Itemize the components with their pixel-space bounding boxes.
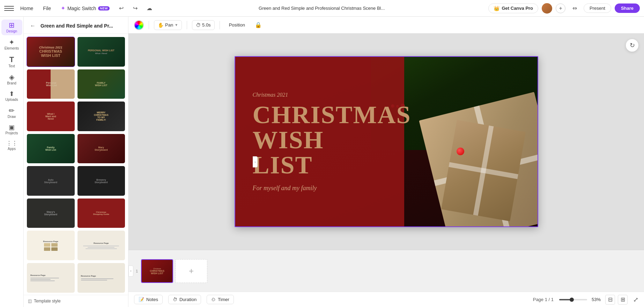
- user-avatar[interactable]: [542, 3, 552, 14]
- left-sidebar: ⊞ Design ✦ Elements T Text ◈ Brand ⬆ Upl…: [0, 17, 24, 307]
- red-berry-accent: [457, 148, 464, 155]
- slide-thumbnail-1[interactable]: Christmas CHRISTMASWISH LIST: [141, 259, 173, 283]
- template-thumb-4[interactable]: FAMILYWISH LIST: [77, 69, 126, 99]
- sidebar-item-design[interactable]: ⊞ Design: [1, 20, 22, 35]
- template-style-bar[interactable]: ◫ Template style: [24, 295, 128, 307]
- apps-icon: ⋮⋮: [6, 141, 17, 146]
- sidebar-item-text[interactable]: T Text: [1, 54, 22, 70]
- add-collaborator-button[interactable]: +: [556, 3, 565, 13]
- sidebar-item-uploads[interactable]: ⬆ Uploads: [1, 89, 22, 104]
- template-thumb-11[interactable]: Stacy'sStoryboard: [27, 198, 75, 229]
- add-slide-button[interactable]: +: [175, 259, 207, 283]
- slide-thumb-container-1: 1 Christmas CHRISTMASWISH LIST: [134, 259, 173, 283]
- slide-red-panel: Christmas 2021 CHRISTMAS WISH LIST For m…: [235, 57, 405, 226]
- template-thumb-9[interactable]: AutoStoryboard: [27, 166, 75, 196]
- hide-panel-button[interactable]: ›: [253, 156, 258, 167]
- canvas-wrapper[interactable]: ↻: [128, 33, 644, 250]
- duration-button[interactable]: ⏱ 5.0s: [192, 20, 215, 30]
- panel-header: ← Green and Red Simple and Pr...: [24, 17, 128, 34]
- resize-icon[interactable]: ⇔: [569, 3, 580, 14]
- notes-icon: 📝: [139, 297, 144, 302]
- canvas-slide[interactable]: Christmas 2021 CHRISTMAS WISH LIST For m…: [235, 56, 538, 227]
- brand-icon: ◈: [9, 74, 14, 81]
- redo-button[interactable]: ↪: [130, 3, 141, 14]
- zoom-bar-fill: [559, 299, 570, 300]
- lock-button[interactable]: 🔒: [253, 20, 264, 31]
- nav-actions: 👑 Get Canva Pro + ⇔ Present Share: [488, 3, 640, 14]
- main-layout: ⊞ Design ✦ Elements T Text ◈ Brand ⬆ Upl…: [0, 17, 644, 307]
- duration-icon: ⏱: [173, 297, 177, 302]
- template-scroll-area[interactable]: Christmas 2021 CHRISTMASWISH LIST PERSON…: [24, 34, 128, 295]
- magic-switch-icon: ✦: [61, 5, 65, 12]
- sidebar-label-uploads: Uploads: [5, 98, 18, 102]
- template-thumb-6[interactable]: MERRYCHRISTMASTO MYFAMILY!: [77, 101, 126, 132]
- draw-icon: ✏: [9, 107, 15, 114]
- color-picker-button[interactable]: [134, 20, 144, 30]
- canvas-refresh-button[interactable]: ↻: [626, 39, 638, 52]
- template-grid: Christmas 2021 CHRISTMASWISH LIST PERSON…: [27, 37, 125, 295]
- zoom-bar-thumb: [570, 298, 574, 302]
- timer-button[interactable]: ⏲ Timer: [207, 295, 234, 304]
- slide-thumbnails-bar: ‹ 1 Christmas CHRISTMASWISH LIST +: [128, 250, 644, 292]
- share-button[interactable]: Share: [615, 3, 640, 13]
- slide-tagline: For myself and my family: [253, 185, 387, 192]
- sidebar-item-brand[interactable]: ◈ Brand: [1, 72, 22, 87]
- sidebar-label-draw: Draw: [8, 115, 16, 119]
- undo-button[interactable]: ↩: [116, 3, 127, 14]
- template-thumb-7[interactable]: FamilyWish List: [27, 134, 75, 164]
- panel-back-button[interactable]: ←: [28, 21, 38, 31]
- sidebar-label-apps: Apps: [8, 147, 16, 151]
- panel-title: Green and Red Simple and Pr...: [40, 23, 124, 29]
- slide-background: Christmas 2021 CHRISTMAS WISH LIST For m…: [235, 57, 538, 226]
- template-thumb-13[interactable]: Resource Page: [27, 230, 75, 261]
- zoom-level-label: 53%: [590, 297, 602, 302]
- sidebar-item-projects[interactable]: ▣ Projects: [1, 122, 22, 137]
- get-canva-pro-button[interactable]: 👑 Get Canva Pro: [488, 3, 538, 13]
- template-panel: ← Green and Red Simple and Pr... Christm…: [24, 17, 128, 307]
- template-thumb-12[interactable]: ChristmasShopping Guide: [77, 198, 126, 229]
- nav-magic-switch[interactable]: ✦ Magic Switch NEW: [57, 3, 113, 13]
- template-thumb-10[interactable]: BreweryStoryboard: [77, 166, 126, 196]
- clock-icon: ⏱: [196, 22, 201, 28]
- fullscreen-button[interactable]: ⤢: [633, 296, 638, 304]
- present-button[interactable]: Present: [584, 3, 611, 13]
- template-thumb-1[interactable]: Christmas 2021 CHRISTMASWISH LIST: [27, 37, 75, 67]
- pan-button[interactable]: ✋ Pan ▼: [154, 20, 182, 30]
- zoom-out-button[interactable]: ⊟: [605, 295, 615, 305]
- template-thumb-14[interactable]: Resource Page: [77, 230, 126, 261]
- template-thumb-2[interactable]: PERSONAL WISH LIST What I Need: [77, 37, 126, 67]
- thumbnail-bar-collapse-left[interactable]: ‹: [128, 265, 133, 277]
- zoom-slider[interactable]: [559, 299, 587, 300]
- zoom-controls: 53% ⊟ ⊞ ⤢: [559, 295, 638, 305]
- projects-icon: ▣: [9, 124, 15, 130]
- canvas-toolbar: ✋ Pan ▼ ⏱ 5.0s Position 🔒: [128, 17, 644, 33]
- crown-icon: 👑: [494, 6, 499, 11]
- sidebar-item-elements[interactable]: ✦ Elements: [1, 37, 22, 52]
- notes-button[interactable]: 📝 Notes: [134, 295, 163, 304]
- magic-switch-label: Magic Switch: [67, 6, 96, 11]
- page-info: Page 1 / 1: [533, 297, 554, 302]
- slide-subtitle: Christmas 2021: [253, 92, 387, 98]
- bottom-status-bar: 📝 Notes ⏱ Duration ⏲ Timer Page 1 / 1 53…: [128, 292, 644, 307]
- sidebar-label-design: Design: [6, 29, 17, 33]
- template-thumb-3[interactable]: PersonalWish List: [27, 69, 75, 99]
- nav-file[interactable]: File: [39, 4, 54, 13]
- new-badge: NEW: [98, 6, 110, 10]
- nav-home[interactable]: Home: [17, 4, 37, 13]
- canvas-area: ✋ Pan ▼ ⏱ 5.0s Position 🔒 ↻: [128, 17, 644, 307]
- template-thumb-8[interactable]: MaryStoryboard: [77, 134, 126, 164]
- thumbnails-content: 1 Christmas CHRISTMASWISH LIST +: [134, 259, 638, 283]
- sidebar-item-apps[interactable]: ⋮⋮ Apps: [1, 138, 22, 153]
- hamburger-menu[interactable]: [4, 3, 14, 13]
- sidebar-item-draw[interactable]: ✏ Draw: [1, 105, 22, 121]
- pan-icon: ✋: [158, 22, 164, 28]
- template-thumb-15[interactable]: Resource Page: [27, 263, 75, 293]
- zoom-in-button[interactable]: ⊞: [618, 295, 628, 305]
- sidebar-label-projects: Projects: [5, 131, 18, 135]
- template-thumb-16[interactable]: Resource Page: [77, 263, 126, 293]
- template-thumb-5[interactable]: What IWant andNeed: [27, 101, 75, 132]
- slide-number-label: 1: [134, 269, 140, 273]
- document-title: Green and Red Simple and Professional Ch…: [259, 6, 385, 11]
- duration-button-bottom[interactable]: ⏱ Duration: [168, 295, 201, 304]
- position-button[interactable]: Position: [225, 21, 249, 29]
